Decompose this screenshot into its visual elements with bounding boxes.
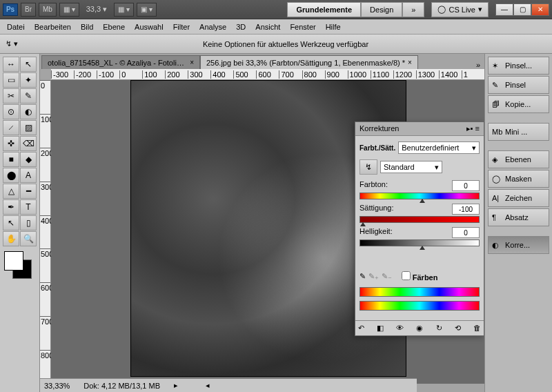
status-zoom[interactable]: 33,33% [44, 382, 70, 390]
menu-ebene[interactable]: Ebene [103, 23, 125, 31]
arrange-button[interactable]: ▦ ▾ [114, 3, 134, 17]
panel-icon: 🗐 [492, 100, 502, 108]
tool-18[interactable]: ✒ [3, 199, 19, 215]
tool-20[interactable]: ↖ [3, 215, 19, 231]
adjust-type-label: Farbt./Sätt. [359, 144, 395, 152]
tool-17[interactable]: ━ [20, 184, 37, 199]
bridge-button[interactable]: Br [21, 3, 36, 17]
zoom-display[interactable]: 33,3 ▾ [82, 5, 111, 14]
panel-pinsel[interactable]: ✎Pinsel [488, 76, 549, 94]
close-icon[interactable]: × [408, 59, 412, 66]
document-tabs: otolia_8715458_XL - © Azaliya - Fotolia.… [40, 54, 484, 69]
colorize-checkbox[interactable] [402, 271, 411, 280]
preset-dropdown[interactable]: Benutzerdefiniert▾ [398, 141, 480, 154]
eyedropper-sub-icon[interactable]: ✎₋ [382, 272, 392, 281]
view-prev-icon[interactable]: ◉ [416, 324, 423, 333]
panel-kopie[interactable]: 🗐Kopie... [488, 95, 549, 113]
trash-icon[interactable]: 🗑 [473, 324, 481, 333]
lightness-input[interactable] [452, 227, 480, 238]
tool-0[interactable]: ↔ [3, 57, 19, 72]
panel-pinsel[interactable]: ✶Pinsel... [488, 57, 549, 75]
menu-datei[interactable]: Datei [7, 23, 25, 31]
tool-22[interactable]: ✋ [3, 231, 19, 246]
range-dropdown[interactable]: Standard▾ [380, 161, 442, 173]
menu-hilfe[interactable]: Hilfe [326, 23, 341, 31]
cslive-button[interactable]: ◯CS Live▾ [431, 2, 489, 17]
tool-preset-icon[interactable]: ↯ ▾ [6, 39, 18, 48]
menu-auswahl[interactable]: Auswahl [135, 23, 164, 31]
tool-19[interactable]: T [20, 199, 37, 215]
menu-ansicht[interactable]: Ansicht [255, 23, 280, 31]
saturation-input[interactable] [452, 204, 480, 215]
panel-zeichen[interactable]: A|Zeichen [488, 189, 549, 207]
hue-input[interactable] [452, 180, 480, 191]
minibridge-button[interactable]: Mb [39, 3, 57, 17]
ruler-horizontal[interactable]: -300-200-1000100200300400500600700800900… [51, 69, 484, 80]
ruler-vertical[interactable]: 0100200300400500600700800 [40, 80, 51, 384]
tool-21[interactable]: ▯ [20, 215, 37, 231]
tool-14[interactable]: ⬤ [3, 168, 19, 183]
lightness-slider[interactable] [359, 239, 480, 246]
tool-16[interactable]: △ [3, 184, 19, 199]
canvas[interactable]: Korrekturen▸▪ ≡ Farbt./Sätt. Benutzerdef… [51, 80, 484, 384]
panel-absatz[interactable]: ¶Absatz [488, 208, 549, 226]
tool-12[interactable]: ■ [3, 152, 19, 167]
layout-dropdown[interactable]: ▦ ▾ [59, 3, 79, 17]
color-swatches[interactable] [4, 251, 35, 280]
panel-icon: ◐ [492, 241, 502, 250]
hue-slider[interactable] [359, 193, 480, 199]
tool-23[interactable]: 🔍 [20, 231, 37, 246]
panel-korre[interactable]: ◐Korre... [488, 236, 549, 254]
close-button[interactable]: ✕ [531, 3, 549, 16]
tool-5[interactable]: ✎ [20, 88, 37, 104]
tool-7[interactable]: ◐ [20, 104, 37, 119]
document-tab-1[interactable]: otolia_8715458_XL - © Azaliya - Fotolia.… [41, 55, 200, 69]
tool-11[interactable]: ⌫ [20, 136, 37, 151]
menu-fenster[interactable]: Fenster [290, 23, 315, 31]
document-area: otolia_8715458_XL - © Azaliya - Fotolia.… [40, 54, 484, 392]
tool-10[interactable]: ✜ [3, 136, 19, 151]
tool-9[interactable]: ▨ [20, 120, 37, 135]
panel-mini[interactable]: MbMini ... [488, 123, 549, 141]
close-icon[interactable]: × [190, 59, 194, 66]
panel-icon: ◯ [492, 175, 502, 184]
back-icon[interactable]: ↶ [358, 324, 364, 333]
tool-15[interactable]: A [20, 168, 37, 183]
status-docsize[interactable]: Dok: 4,12 MB/13,1 MB [83, 382, 160, 390]
tabs-overflow[interactable]: » [472, 61, 484, 69]
lightness-label: Helligkeit: [359, 227, 393, 238]
scrubby-tool[interactable]: ↯ [359, 159, 377, 175]
document-tab-2[interactable]: 256.jpg bei 33,3% (Farbton/Sättigung 1, … [200, 55, 418, 69]
undo-icon[interactable]: ⟲ [455, 324, 461, 333]
minimize-button[interactable]: — [495, 3, 513, 16]
workspace-grundelemente[interactable]: Grundelemente [287, 2, 361, 17]
panel-ebenen[interactable]: ◈Ebenen [488, 150, 549, 168]
tool-4[interactable]: ✂ [3, 88, 19, 104]
clip-icon[interactable]: ◧ [377, 324, 384, 333]
workspace-design[interactable]: Design [361, 2, 402, 17]
menu-3d[interactable]: 3D [236, 23, 246, 31]
tool-3[interactable]: ✦ [20, 72, 37, 88]
menu-bearbeiten[interactable]: Bearbeiten [34, 23, 71, 31]
saturation-slider[interactable] [359, 216, 480, 223]
panel-tab[interactable]: Korrekturen▸▪ ≡ [355, 122, 484, 136]
panel-menu-icon[interactable]: ▸▪ ≡ [466, 124, 480, 133]
tool-1[interactable]: ↖ [20, 57, 37, 72]
eyedropper-add-icon[interactable]: ✎₊ [368, 272, 379, 281]
menu-bild[interactable]: Bild [81, 23, 93, 31]
workspace-more[interactable]: » [402, 2, 424, 17]
tool-13[interactable]: ◆ [20, 152, 37, 167]
panel-icon: ◈ [492, 155, 502, 164]
menu-analyse[interactable]: Analyse [199, 23, 226, 31]
tool-6[interactable]: ⊙ [3, 104, 19, 119]
maximize-button[interactable]: ▢ [513, 3, 531, 16]
reset-icon[interactable]: ↻ [436, 324, 442, 333]
panel-masken[interactable]: ◯Masken [488, 170, 549, 188]
toolbox: ↔↖▭✦✂✎⊙◐⟋▨✜⌫■◆⬤A△━✒T↖▯✋🔍 [0, 54, 40, 392]
visibility-icon[interactable]: 👁 [396, 324, 404, 333]
menu-filter[interactable]: Filter [173, 23, 190, 31]
tool-2[interactable]: ▭ [3, 72, 19, 88]
tool-8[interactable]: ⟋ [3, 120, 19, 135]
screen-mode-button[interactable]: ▣ ▾ [137, 3, 157, 17]
eyedropper-icon[interactable]: ✎ [359, 272, 366, 281]
